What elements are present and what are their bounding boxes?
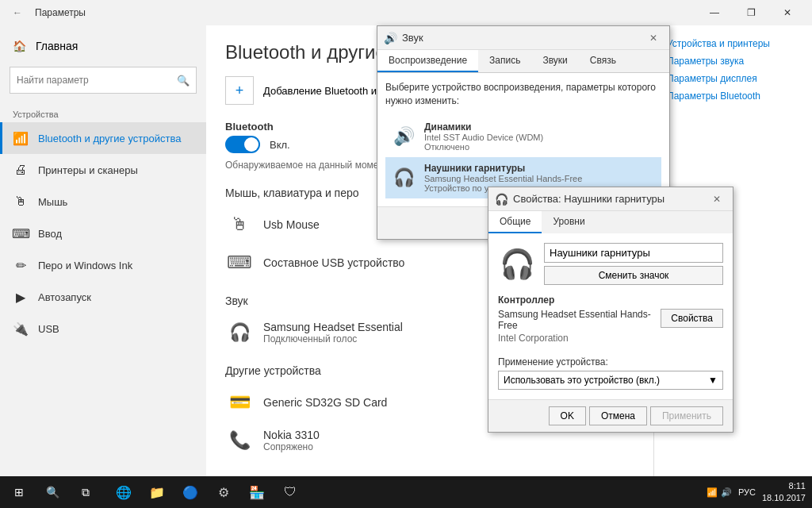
back-button[interactable]: ← (6, 2, 29, 24)
usb-composite-icon: ⌨ (225, 248, 254, 277)
ok-button[interactable]: OK (549, 406, 586, 425)
tab-sounds[interactable]: Звуки (531, 50, 578, 72)
props-footer: OK Отмена Применить (488, 399, 733, 432)
headset-list-sub1: Samsung Headset Essential Hands-Free (424, 174, 657, 183)
tab-record[interactable]: Запись (478, 50, 531, 72)
headset-list-icon: 🎧 (389, 164, 418, 192)
headset-icon: 🎧 (225, 318, 254, 347)
taskbar-time: 8:11 18.10.2017 (762, 480, 806, 505)
input-icon: ⌨ (13, 225, 29, 241)
pen-icon: ✏ (13, 257, 29, 273)
properties-dialog: 🎧 Свойства: Наушники гарнитуры ✕ Общие У… (488, 187, 733, 433)
usb-mouse-info: Usb Mouse (263, 218, 320, 231)
network-icon[interactable]: 📶 (707, 487, 718, 498)
taskbar-right: 📶 🔊 РУС 8:11 18.10.2017 (700, 480, 812, 505)
right-link-devices[interactable]: Устройства и принтеры (667, 38, 799, 49)
sidebar-section-label: Устройства (0, 100, 206, 122)
props-device-icon: 🎧 (498, 245, 536, 283)
toggle-knob (244, 137, 259, 152)
controller-section: Контроллер Свойства Samsung Headset Esse… (498, 294, 723, 350)
change-icon-button[interactable]: Сменить значок (544, 266, 723, 285)
sound-dialog-desc: Выберите устройство воспроизведения, пар… (385, 81, 661, 108)
search-taskbar-button[interactable]: 🔍 (36, 476, 68, 508)
edge-icon[interactable]: 🌐 (108, 476, 140, 508)
search-input[interactable] (10, 70, 170, 90)
list-item[interactable]: 🔊 Динамики Intel SST Audio Device (WDM) … (385, 116, 661, 157)
controller-properties-button[interactable]: Свойства (661, 309, 723, 328)
tab-comms[interactable]: Связь (579, 50, 627, 72)
usb-composite-name: Составное USB устройство (263, 256, 404, 269)
props-title-icon: 🎧 (495, 193, 508, 206)
sidebar-item-input[interactable]: ⌨ Ввод (0, 217, 206, 249)
usage-label: Применение устройства: (498, 356, 723, 368)
props-name-input-area: Сменить значок (544, 243, 723, 285)
sdcard-info: Generic SD32G SD Card (263, 396, 387, 409)
search-button[interactable]: 🔍 (170, 67, 196, 93)
sdcard-name: Generic SD32G SD Card (263, 396, 387, 409)
taskbar-pinned-icons: 🌐 📁 🔵 ⚙ 🏪 🛡 (105, 476, 309, 508)
maximize-button[interactable]: ❐ (733, 0, 769, 25)
right-link-display[interactable]: Параметры дисплея (667, 73, 799, 84)
sidebar-item-printers[interactable]: 🖨 Принтеры и сканеры (0, 154, 206, 186)
device-name-field[interactable] (544, 243, 723, 263)
sidebar-item-bluetooth[interactable]: 📶 Bluetooth и другие устройства (0, 122, 206, 154)
usage-value: Использовать это устройство (вкл.) (504, 375, 660, 386)
sound-dialog-close[interactable]: ✕ (644, 29, 663, 48)
nokia-name: Nokia 3310 (263, 429, 320, 441)
volume-icon[interactable]: 🔊 (721, 487, 732, 498)
usb-icon: 🔌 (13, 321, 29, 337)
sidebar-item-home[interactable]: 🏠 Главная (0, 32, 206, 60)
tab-playback[interactable]: Воспроизведение (377, 50, 478, 72)
explorer-icon[interactable]: 📁 (141, 476, 173, 508)
bluetooth-icon: 📶 (13, 130, 29, 146)
usage-dropdown-icon: ▼ (708, 375, 718, 386)
bluetooth-toggle[interactable] (225, 136, 260, 153)
bluetooth-toggle-label: Вкл. (270, 139, 290, 151)
props-tab-general[interactable]: Общие (488, 211, 542, 233)
apply-button[interactable]: Применить (650, 406, 723, 425)
close-button[interactable]: ✕ (769, 0, 806, 25)
nokia-icon: 📞 (225, 426, 254, 455)
sound-dialog-title-text: Звук (402, 32, 644, 44)
sidebar-item-mouse[interactable]: 🖱 Мышь (0, 186, 206, 217)
headset-name: Samsung Headset Essential (263, 321, 403, 333)
home-icon: 🏠 (13, 40, 26, 52)
right-link-sound[interactable]: Параметры звука (667, 56, 799, 67)
sidebar-item-autorun[interactable]: ▶ Автозапуск (0, 281, 206, 313)
date-display: 18.10.2017 (762, 492, 806, 504)
usage-select[interactable]: Использовать это устройство (вкл.) ▼ (498, 371, 723, 390)
speakers-icon: 🔊 (389, 122, 418, 151)
ie-icon[interactable]: 🔵 (174, 476, 206, 508)
taskview-button[interactable]: ⧉ (70, 476, 102, 508)
cancel-button[interactable]: Отмена (589, 406, 647, 425)
headset-list-name: Наушники гарнитуры (424, 163, 657, 174)
defender-icon[interactable]: 🛡 (274, 476, 306, 508)
props-close-button[interactable]: ✕ (707, 190, 726, 209)
add-device-button[interactable]: + (225, 76, 254, 105)
sidebar-usb-label: USB (38, 323, 59, 335)
headset-sub: Подключенный голос (263, 333, 403, 344)
taskbar-left: ⊞ 🔍 ⧉ (0, 476, 105, 508)
sidebar-mouse-label: Мышь (38, 196, 67, 208)
start-button[interactable]: ⊞ (3, 476, 35, 508)
props-title-text: Свойства: Наушники гарнитуры (513, 193, 707, 205)
minimize-button[interactable]: — (696, 0, 733, 25)
store-icon[interactable]: 🏪 (241, 476, 273, 508)
search-box: 🔍 (10, 67, 197, 94)
sidebar-item-usb[interactable]: 🔌 USB (0, 313, 206, 344)
right-link-bluetooth[interactable]: Параметры Bluetooth (667, 90, 799, 102)
props-tab-levels[interactable]: Уровни (542, 211, 596, 233)
mouse-icon: 🖱 (13, 194, 29, 210)
sound-tabs: Воспроизведение Запись Звуки Связь (377, 50, 669, 73)
settings-icon[interactable]: ⚙ (208, 476, 239, 508)
sidebar-item-pen[interactable]: ✏ Перо и Windows Ink (0, 249, 206, 281)
title-bar-text: Параметры (35, 7, 696, 18)
sidebar-autorun-label: Автозапуск (38, 291, 91, 303)
window-controls: — ❐ ✕ (696, 0, 806, 25)
title-bar: ← Параметры — ❐ ✕ (0, 0, 812, 25)
usb-mouse-icon: 🖱 (225, 210, 254, 239)
props-content: 🎧 Сменить значок Контроллер Свойства Sam… (488, 233, 733, 399)
sidebar-input-label: Ввод (38, 228, 62, 240)
headset-info: Samsung Headset Essential Подключенный г… (263, 321, 403, 344)
props-title-bar: 🎧 Свойства: Наушники гарнитуры ✕ (488, 187, 733, 211)
